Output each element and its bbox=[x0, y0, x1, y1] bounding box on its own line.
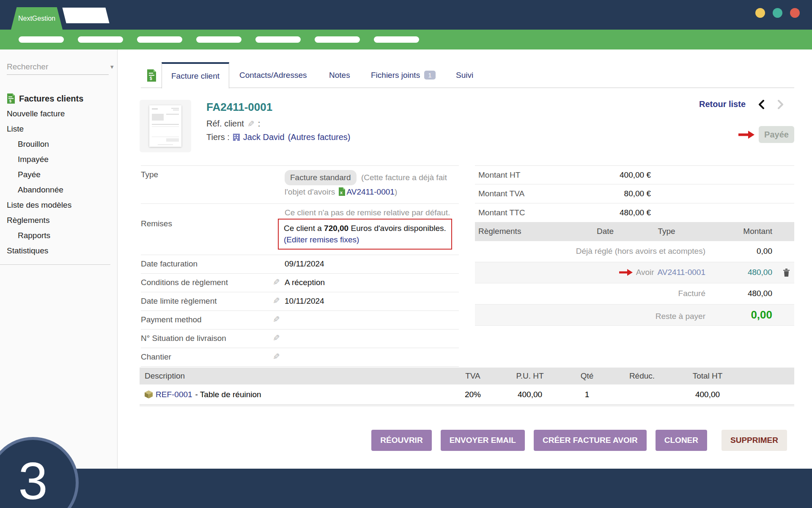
tab-bar: $ Facture client Contacts/Adresses Notes… bbox=[118, 49, 812, 88]
top-bar: NextGestion bbox=[0, 0, 812, 30]
reopen-button[interactable]: RÉOUVRIR bbox=[371, 430, 431, 451]
remises-highlight-box: Ce client a 720,00 Euros d'avoirs dispon… bbox=[278, 219, 452, 250]
nav-pill[interactable] bbox=[255, 36, 301, 43]
svg-text:$: $ bbox=[9, 99, 11, 103]
next-record-icon[interactable] bbox=[777, 100, 784, 109]
payments-row-credit-note: Avoir AV2411-0001 480,00 bbox=[475, 262, 794, 283]
remaining-value: 0,00 bbox=[751, 308, 772, 321]
pencil-icon[interactable]: ✎ bbox=[273, 278, 280, 286]
invoice-type-badge: Facture standard bbox=[285, 170, 357, 185]
sidebar-item-reglements[interactable]: Règlements bbox=[0, 213, 117, 228]
detail-row-payment-method: Payment method ✎ bbox=[141, 311, 459, 330]
window-dot-yellow[interactable] bbox=[755, 8, 765, 18]
tab-suivi[interactable]: Suivi bbox=[456, 62, 473, 88]
nav-pill[interactable] bbox=[196, 36, 241, 43]
clone-button[interactable]: CLONER bbox=[656, 430, 707, 451]
tab-notes[interactable]: Notes bbox=[329, 62, 350, 88]
pencil-icon[interactable]: ✎ bbox=[273, 334, 280, 342]
edit-remises-link[interactable]: (Editer remises fixes) bbox=[284, 235, 359, 244]
total-label: Montant HT bbox=[478, 170, 520, 180]
sidebar-item-label: Brouillon bbox=[18, 140, 49, 149]
invoice-icon: $ bbox=[7, 93, 15, 104]
sidebar-item-label: Abandonnée bbox=[18, 185, 63, 195]
detail-label: Type bbox=[141, 170, 273, 179]
product-ref-link[interactable]: REF-0001 bbox=[156, 390, 192, 399]
payments-header-amount: Montant bbox=[743, 227, 772, 236]
tiers-other-invoices-link[interactable]: (Autres factures) bbox=[288, 132, 351, 142]
invoice-icon: $ bbox=[147, 69, 156, 82]
trash-icon[interactable] bbox=[783, 268, 790, 277]
remises-text-2: Euros d'avoirs disponibles. bbox=[351, 224, 446, 233]
credit-ref-link[interactable]: AV2411-0001 bbox=[658, 268, 705, 277]
sidebar-item-brouillon[interactable]: Brouillon bbox=[0, 137, 117, 152]
billed-label: Facturé bbox=[678, 289, 705, 298]
send-email-button[interactable]: ENVOYER EMAIL bbox=[441, 430, 525, 451]
sidebar-item-liste[interactable]: Liste bbox=[0, 121, 117, 137]
sidebar-item-rapports[interactable]: Rapports bbox=[0, 228, 117, 243]
detail-label: N° Situation de livraison bbox=[141, 334, 273, 343]
credit-note-doc-icon: x bbox=[338, 187, 345, 196]
detail-row-conditions-reglement: Conditions de règlement ✎ A réception bbox=[141, 274, 459, 292]
sidebar: ▾ $ Factures clients Nouvelle facture Li… bbox=[0, 49, 118, 469]
detail-label: Remises bbox=[141, 208, 273, 228]
total-label: Montant TTC bbox=[478, 208, 525, 217]
tiers-row: Tiers : Jack David (Autres factures) bbox=[206, 132, 350, 142]
sidebar-item-impayee[interactable]: Impayée bbox=[0, 152, 117, 167]
line-pu: 400,00 bbox=[498, 390, 562, 399]
create-credit-note-button[interactable]: CRÉER FACTURE AVOIR bbox=[534, 430, 647, 451]
window-dot-red[interactable] bbox=[790, 8, 800, 18]
pencil-icon[interactable]: ✎ bbox=[273, 315, 280, 324]
invoice-details: Type Facture standard (Cette facture a d… bbox=[141, 165, 459, 367]
brand-tab[interactable]: NextGestion bbox=[11, 7, 63, 30]
nav-pill[interactable] bbox=[137, 36, 182, 43]
lines-table: Description TVA P.U. HT Qté Réduc. Total… bbox=[140, 368, 794, 406]
sidebar-item-liste-des-modeles[interactable]: Liste des modèles bbox=[0, 198, 117, 213]
tab-facture-client[interactable]: Facture client bbox=[162, 62, 229, 88]
sidebar-item-statistiques[interactable]: Statistiques bbox=[0, 243, 117, 258]
window-dot-teal[interactable] bbox=[773, 8, 782, 18]
previous-record-icon[interactable] bbox=[758, 100, 765, 109]
back-to-list-link[interactable]: Retour liste bbox=[699, 99, 746, 109]
remises-default-note: Ce client n'a pas de remise relative par… bbox=[285, 208, 459, 217]
pencil-icon[interactable]: ✎ bbox=[247, 120, 255, 128]
nav-pill[interactable] bbox=[315, 36, 360, 43]
invoice-thumbnail[interactable] bbox=[140, 100, 191, 152]
nav-pill[interactable] bbox=[374, 36, 419, 43]
credit-amount-link[interactable]: 480,00 bbox=[748, 268, 772, 277]
tab-contacts-adresses[interactable]: Contacts/Adresses bbox=[239, 62, 307, 88]
sidebar-item-nouvelle-facture[interactable]: Nouvelle facture bbox=[0, 106, 117, 121]
payments-header-title: Règlements bbox=[478, 227, 521, 236]
remaining-label: Reste à payer bbox=[656, 312, 705, 321]
total-value: 480,00 € bbox=[620, 208, 651, 217]
nav-pill[interactable] bbox=[78, 36, 123, 43]
delete-button[interactable]: SUPPRIMER bbox=[721, 430, 787, 451]
tab-label: Notes bbox=[329, 71, 350, 80]
step-number: 3 bbox=[18, 454, 48, 508]
company-icon bbox=[233, 134, 240, 141]
total-row-ttc: Montant TTC 480,00 € bbox=[475, 203, 794, 222]
top-tab-placeholder[interactable] bbox=[62, 8, 109, 23]
status-group: Payée bbox=[738, 126, 794, 143]
line-row: REF-0001 - Table de réuinion 20% 400,00 … bbox=[140, 384, 794, 405]
credit-label: Avoir bbox=[636, 268, 654, 277]
sidebar-item-label: Nouvelle facture bbox=[7, 109, 65, 118]
tab-fichiers-joints[interactable]: Fichiers joints 1 bbox=[371, 62, 436, 88]
sidebar-item-payee[interactable]: Payée bbox=[0, 167, 117, 182]
status-badge: Payée bbox=[759, 126, 794, 143]
ref-client-colon: : bbox=[258, 119, 261, 129]
search-input[interactable] bbox=[7, 62, 110, 71]
detail-label: Date facturation bbox=[141, 259, 273, 269]
detail-label: Chantier bbox=[141, 352, 273, 362]
nav-pill[interactable] bbox=[19, 36, 64, 43]
chevron-down-icon[interactable]: ▾ bbox=[110, 63, 114, 71]
sidebar-item-factures-clients[interactable]: $ Factures clients bbox=[0, 91, 117, 106]
pencil-icon[interactable]: ✎ bbox=[273, 352, 280, 361]
bottom-bar bbox=[0, 469, 812, 508]
sidebar-menu: $ Factures clients Nouvelle facture List… bbox=[0, 91, 117, 265]
sidebar-item-abandonnee[interactable]: Abandonnée bbox=[0, 182, 117, 198]
pencil-icon[interactable]: ✎ bbox=[273, 297, 280, 305]
main-content: $ Facture client Contacts/Adresses Notes… bbox=[118, 49, 812, 469]
detail-row-date-limite: Date limite règlement ✎ 10/11/2024 bbox=[141, 292, 459, 311]
credit-note-link[interactable]: AV2411-0001 bbox=[347, 187, 395, 196]
tiers-name-link[interactable]: Jack David bbox=[243, 132, 285, 142]
